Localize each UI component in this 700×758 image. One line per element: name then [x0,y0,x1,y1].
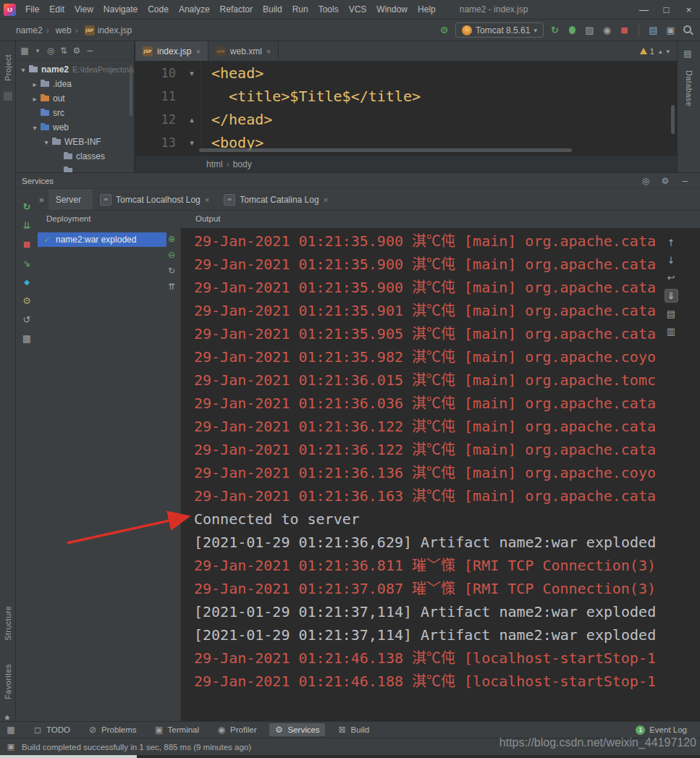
menu-item[interactable]: Help [413,2,441,17]
settings-icon[interactable] [660,176,670,186]
print-icon[interactable] [665,308,678,320]
line-number[interactable]: 11 [135,85,183,108]
tool-window-button[interactable]: Services [269,723,325,736]
fold-marker-icon[interactable] [183,62,201,85]
artifact-icon[interactable] [21,276,33,288]
services-tab[interactable]: Tomcat Catalina Log × [216,189,335,210]
wrench-icon[interactable] [21,295,33,307]
tree-item[interactable]: out [16,91,134,106]
menu-item[interactable]: Navigate [98,2,143,17]
minimize-button[interactable]: — [633,0,655,20]
tree-item[interactable]: .idea [16,77,134,91]
menu-item[interactable]: Code [143,2,174,17]
coverage-icon[interactable] [583,24,596,36]
tree-item[interactable]: WEB-INF [16,135,134,149]
deploy-all-icon[interactable] [21,257,33,269]
breadcrumb-item[interactable]: › index.jsp [72,25,132,35]
upload-icon[interactable] [166,282,177,292]
tool-window-icon[interactable] [4,92,12,101]
breadcrumb-item[interactable]: › body [223,159,252,169]
float-icon[interactable] [641,176,651,186]
tool-window-button[interactable]: Problems [83,723,142,736]
project-structure-icon[interactable] [647,24,659,36]
chevron-icon[interactable] [30,80,39,88]
breadcrumb-item[interactable]: › web [43,25,72,35]
tool-window-button-favorites[interactable]: Favorites [0,657,15,707]
line-number[interactable]: 12 [135,108,183,131]
clear-icon[interactable] [665,325,678,337]
menu-item[interactable]: Refactor [215,2,258,17]
next-warning-icon[interactable]: ▾ [666,48,670,55]
tool-window-button[interactable]: TODO [28,723,75,736]
menu-item[interactable]: Window [371,2,413,17]
menu-item[interactable]: Analyze [174,2,215,17]
breadcrumb-item[interactable]: html [199,159,223,169]
prev-warning-icon[interactable]: ▴ [659,48,662,55]
status-window-icon[interactable] [6,742,16,752]
services-tab[interactable]: Server [49,189,93,210]
tool-window-button[interactable]: Build [332,723,375,736]
console-output[interactable]: 29-Jan-2021 01:21:35.900 淇℃伅 [main] org.… [181,228,655,721]
maximize-button[interactable]: □ [655,0,678,20]
down-icon[interactable] [665,254,678,266]
stop-server-icon[interactable] [21,238,33,250]
services-tab[interactable]: Tomcat Localhost Log × [93,189,216,210]
close-tab-icon[interactable]: × [195,47,200,56]
caret-down-icon[interactable] [33,46,43,56]
layout-icon[interactable] [665,24,677,36]
close-button[interactable]: × [678,0,700,20]
dashboard-icon[interactable] [21,332,33,345]
settings-icon[interactable] [72,46,82,56]
rerun-server-icon[interactable] [21,201,33,213]
chevron-icon[interactable] [30,124,39,132]
refresh-icon[interactable] [21,313,33,326]
stop-icon[interactable] [618,24,631,36]
tree-item[interactable]: src [16,106,134,120]
undeploy-icon[interactable] [166,250,177,260]
line-number[interactable]: 10 [135,62,183,85]
chevron-icon[interactable] [19,66,28,74]
search-icon[interactable] [682,24,694,36]
up-icon[interactable] [665,237,678,249]
tree-item[interactable] [16,164,134,172]
tree-item[interactable]: web [16,120,134,135]
fold-marker-icon[interactable] [183,85,201,108]
build-hammer-icon[interactable] [438,24,450,36]
menu-item[interactable]: Edit [44,2,69,17]
editor-tab[interactable]: index.jsp × [135,41,208,61]
event-log-button[interactable]: 1 Event Log [636,725,687,735]
tool-window-button-database[interactable]: Database [678,64,700,112]
softwrap-icon[interactable] [665,271,678,284]
editor-tab[interactable]: web.xml × [208,41,279,61]
refresh-artifact-icon[interactable] [166,266,177,276]
tool-window-button-structure[interactable]: Structure [0,600,15,647]
deployment-item[interactable]: name2:war exploded [38,232,166,247]
code-area[interactable]: 10 <head> 11 <title>$Title$</title> 12 <… [135,62,677,154]
fold-marker-icon[interactable] [183,108,201,131]
tool-window-button[interactable]: Terminal [149,723,204,736]
chevron-icon[interactable] [42,138,51,146]
profiler-icon[interactable] [601,24,613,36]
menu-item[interactable]: Tools [313,2,344,17]
update-app-icon[interactable] [21,219,33,232]
tree-item[interactable]: name2 E:\IdeaProjects\nam [16,62,134,77]
tabs-overflow-icon[interactable]: » [39,195,44,205]
tool-window-button[interactable]: Profiler [211,723,261,736]
scroll-end-icon[interactable] [665,289,678,303]
collapse-all-icon[interactable] [59,46,69,56]
hide-icon[interactable] [85,46,95,56]
menu-item[interactable]: VCS [344,2,372,17]
line-number[interactable]: 13 [135,131,183,154]
views-icon[interactable] [20,46,30,56]
deploy-plus-icon[interactable] [166,234,177,244]
horizontal-scrollbar[interactable] [199,148,572,152]
close-tab-icon[interactable]: × [266,47,271,56]
fold-marker-icon[interactable] [183,131,201,154]
scrollbar[interactable] [130,65,132,116]
run-icon[interactable] [549,24,561,36]
menu-item[interactable]: Run [287,2,313,17]
vertical-scrollbar[interactable] [671,105,675,134]
window-switcher-icon[interactable] [6,725,16,735]
menu-item[interactable]: File [20,2,44,17]
breadcrumb-item[interactable]: name2 [6,25,43,35]
